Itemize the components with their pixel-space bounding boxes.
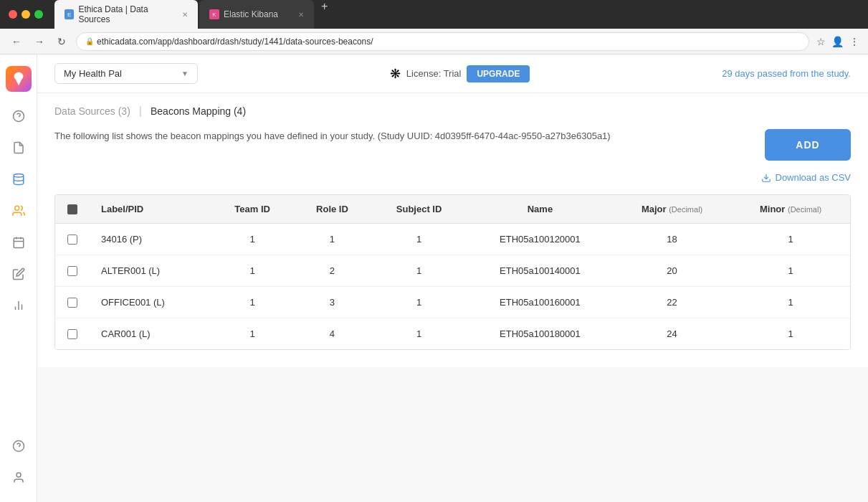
download-csv-link[interactable]: Download as CSV [761,172,852,183]
bookmark-icon[interactable]: ☆ [816,36,826,47]
tab-close-kibana[interactable]: ✕ [298,11,304,19]
cell-subject_id: 1 [371,318,467,350]
table-body: 34016 (P)111ETH05a100120001181ALTER001 (… [55,224,850,350]
license-icon: ❋ [390,66,401,82]
forward-button[interactable]: → [32,33,47,50]
sidebar-item-document[interactable] [6,135,32,161]
account-icon[interactable]: 👤 [831,36,844,47]
tab-close-ethica[interactable]: ✕ [182,11,188,19]
select-all-checkbox[interactable] [67,204,77,214]
sidebar [0,55,37,502]
cell-team_id: 1 [211,318,294,350]
row-checkbox-0[interactable] [67,235,77,245]
browser-actions: ☆ 👤 ⋮ [816,36,859,47]
cell-role_id: 2 [294,255,371,287]
breadcrumb-divider: | [139,105,142,118]
sidebar-item-help[interactable] [6,433,32,459]
th-major: Major (Decimal) [613,195,731,224]
back-button[interactable]: ← [9,33,24,50]
table-row: ALTER001 (L)121ETH05a100140001201 [55,255,850,287]
breadcrumb: Data Sources (3) | Beacons Mapping (4) [54,105,851,118]
add-button[interactable]: ADD [765,129,851,161]
cell-role_id: 3 [294,287,371,318]
sidebar-item-chart[interactable] [6,293,32,318]
cell-name: ETH05a100180001 [467,318,613,350]
chevron-down-icon: ▼ [181,70,189,77]
svg-rect-4 [14,238,24,248]
th-minor: Minor (Decimal) [731,195,850,224]
row-checkbox-cell [55,224,90,255]
minimize-window-button[interactable] [22,10,30,19]
menu-icon[interactable]: ⋮ [849,36,859,47]
cell-major: 20 [613,255,731,287]
cell-major: 24 [613,318,731,350]
sidebar-item-people[interactable] [6,198,32,224]
cell-label_pid: CAR001 (L) [90,318,211,350]
tab-kibana-label: Elastic Kibana [224,9,278,19]
sidebar-item-user[interactable] [6,465,32,491]
maximize-window-button[interactable] [34,10,43,19]
tab-ethica[interactable]: E Ethica Data | Data Sources ✕ [54,0,198,29]
page-description: The following list shows the beacon mapp… [54,129,765,143]
license-text: License: Trial [406,68,462,79]
beacon-data-table: Label/PID Team ID Role ID Subject ID Nam… [55,195,850,349]
sidebar-item-database[interactable] [6,166,32,192]
cell-name: ETH05a100160001 [467,287,613,318]
breadcrumb-data-sources[interactable]: Data Sources (3) [54,105,130,117]
cell-name: ETH05a100140001 [467,255,613,287]
sidebar-bottom [6,433,32,491]
browser-chrome: E Ethica Data | Data Sources ✕ K Elastic… [0,0,868,29]
row-checkbox-cell [55,287,90,318]
row-checkbox-cell [55,255,90,287]
tab-icon-kibana: K [209,9,219,19]
address-input[interactable]: 🔒 ethicadata.com/app/dashboard/rdash/stu… [76,32,809,51]
sidebar-item-question[interactable] [6,103,32,129]
th-subject-id: Subject ID [371,195,467,224]
close-window-button[interactable] [9,10,17,19]
address-url-text: ethicadata.com/app/dashboard/rdash/study… [97,37,373,47]
csv-link-text: Download as CSV [776,172,852,183]
browser-tabs: E Ethica Data | Data Sources ✕ K Elastic… [54,0,333,29]
row-checkbox-2[interactable] [67,298,77,308]
new-tab-button[interactable]: + [315,0,333,29]
tab-ethica-label: Ethica Data | Data Sources [78,4,178,24]
tab-icon-ethica: E [65,9,74,19]
cell-label_pid: 34016 (P) [90,224,211,255]
study-selector-text: My Health Pal [64,68,176,79]
upgrade-button[interactable]: UPGRADE [467,65,530,82]
th-team-id: Team ID [211,195,294,224]
svg-point-13 [16,473,21,477]
study-selector[interactable]: My Health Pal ▼ [54,63,198,84]
cell-minor: 1 [731,287,850,318]
top-bar: My Health Pal ▼ ❋ License: Trial UPGRADE… [37,55,868,93]
cell-label_pid: ALTER001 (L) [90,255,211,287]
cell-minor: 1 [731,255,850,287]
table-row: OFFICE001 (L)131ETH05a100160001221 [55,287,850,318]
lock-icon: 🔒 [85,37,94,45]
tab-kibana[interactable]: K Elastic Kibana ✕ [199,0,314,29]
cell-subject_id: 1 [371,287,467,318]
th-name: Name [467,195,613,224]
cell-team_id: 1 [211,224,294,255]
svg-point-3 [14,206,19,210]
table-header-row: Label/PID Team ID Role ID Subject ID Nam… [55,195,850,224]
table-row: 34016 (P)111ETH05a100120001181 [55,224,850,255]
row-checkbox-3[interactable] [67,329,77,339]
breadcrumb-beacons-mapping: Beacons Mapping (4) [151,105,246,117]
cell-label_pid: OFFICE001 (L) [90,287,211,318]
row-checkbox-1[interactable] [67,266,77,276]
cell-major: 22 [613,287,731,318]
page-header: Data Sources (3) | Beacons Mapping (4) [37,93,868,118]
app-layout: My Health Pal ▼ ❋ License: Trial UPGRADE… [0,55,868,502]
th-role-id: Role ID [294,195,371,224]
cell-subject_id: 1 [371,224,467,255]
sidebar-item-edit[interactable] [6,261,32,287]
th-minor-sub: (Decimal) [788,205,821,214]
cell-role_id: 4 [294,318,371,350]
cell-role_id: 1 [294,224,371,255]
table-row: CAR001 (L)141ETH05a100180001241 [55,318,850,350]
reload-button[interactable]: ↻ [54,33,69,50]
csv-row: Download as CSV [54,166,851,189]
sidebar-item-calendar[interactable] [6,229,32,255]
sidebar-logo [6,66,32,92]
